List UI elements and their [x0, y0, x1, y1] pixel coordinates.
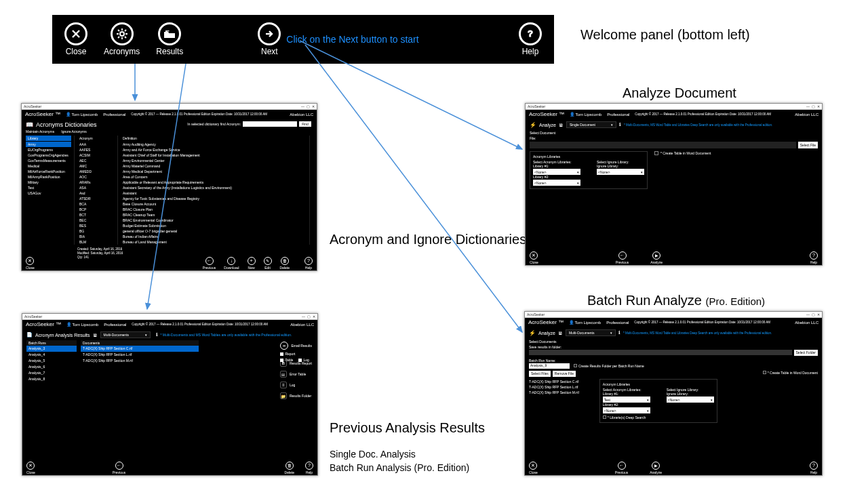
lib-row[interactable]: Military — [26, 180, 71, 185]
batch-lib1-select[interactable]: Test▾ — [603, 396, 650, 403]
lib-row[interactable]: EUOrgPrograms — [26, 147, 71, 152]
footer-help[interactable]: Help — [810, 251, 818, 264]
email-results-button[interactable]: ✉Email Results — [280, 342, 312, 350]
run-row[interactable]: Analysis_7 — [26, 370, 77, 376]
maintain-tab[interactable]: Maintain Acronyms — [26, 129, 54, 134]
doc-row[interactable]: T-ADC(X) Ship RFP Section M.rtf — [81, 358, 199, 364]
footer-delete[interactable]: Delete — [280, 257, 290, 270]
cb-log[interactable]: Log — [298, 358, 309, 362]
batch-mode-select[interactable]: Multi-Documents▾ — [566, 329, 616, 336]
log[interactable]: ≡Log — [280, 382, 312, 388]
acronym-row[interactable]: ARARs — [77, 180, 115, 185]
lib-row[interactable]: USAGov — [26, 190, 71, 196]
window-controls[interactable]: —▢✕ — [804, 104, 820, 108]
doc-row[interactable]: T-ADC(X) Ship RFP Section L.rtf — [81, 352, 199, 358]
footer-previous[interactable]: Previous — [203, 257, 216, 270]
results-folder[interactable]: 📁Results Folder — [280, 392, 312, 399]
acronym-row[interactable]: ACSIM — [77, 152, 115, 158]
window-controls[interactable]: —▢✕ — [299, 104, 315, 108]
lib1-select[interactable]: <None>▾ — [533, 169, 580, 175]
footer-edit[interactable]: Edit — [264, 257, 272, 270]
acronym-row[interactable]: AAA — [77, 142, 115, 147]
file-input[interactable] — [530, 142, 796, 148]
footer-new[interactable]: New — [248, 257, 256, 270]
lib-row[interactable]: MilAirForceRankPosition — [26, 169, 71, 174]
window-controls[interactable]: —▢✕ — [300, 314, 315, 319]
footer-download[interactable]: Download — [224, 257, 239, 270]
footer-analyze[interactable]: Analyze — [650, 462, 662, 474]
acronym-row[interactable]: AOC — [77, 174, 115, 180]
cb-table[interactable]: Table — [280, 358, 293, 362]
analyze-mode-select[interactable]: Single Document▾ — [566, 121, 616, 128]
acronym-row[interactable]: BEC — [77, 218, 115, 223]
footer-close[interactable]: Close — [530, 251, 538, 264]
batch-file-row[interactable]: T-ADC(X) Ship RFP Section C.rtf — [529, 379, 579, 384]
batch-file-row[interactable]: T-ADC(X) Ship RFP Section M.rtf — [529, 390, 579, 395]
remove-file-button[interactable]: Remove File — [553, 371, 576, 377]
acronym-row[interactable]: AAFES — [77, 147, 115, 152]
folder-input[interactable] — [529, 350, 792, 355]
select-file-button[interactable]: Select File — [798, 142, 818, 148]
ignore-select[interactable]: <None>▾ — [597, 169, 644, 175]
results-button[interactable]: Results — [156, 22, 183, 56]
lib-row[interactable]: GovTermsMeasurements — [26, 158, 71, 163]
lib2-select[interactable]: <None>▾ — [533, 180, 580, 186]
run-row[interactable]: Analysis_8 — [26, 376, 77, 382]
results-mode-select[interactable]: Multi-Documents▾ — [100, 331, 151, 338]
footer-previous[interactable]: Previous — [615, 462, 628, 474]
ignore-tab[interactable]: Ignore Acronyms — [61, 129, 87, 134]
acronym-row[interactable]: BCP — [77, 207, 115, 212]
acronym-row[interactable]: BIA — [77, 234, 115, 239]
acronym-row[interactable]: AMEDD — [77, 169, 115, 174]
footer-help[interactable]: Help — [304, 257, 313, 270]
footer-help[interactable]: Help — [810, 462, 818, 474]
next-button[interactable]: Next — [258, 22, 281, 56]
find-input[interactable] — [243, 121, 297, 127]
close-button[interactable]: Close — [64, 22, 87, 56]
select-files-button[interactable]: Select Files — [529, 371, 551, 377]
lib-row[interactable]: MilArmyRankPosition — [26, 174, 71, 180]
footer-analyze[interactable]: Analyze — [650, 251, 663, 264]
batch-file-row[interactable]: T-ADC(X) Ship RFP Section L.rtf — [529, 384, 579, 390]
lib-row[interactable]: Army — [26, 142, 71, 147]
acronym-row[interactable]: BCT — [77, 212, 115, 218]
footer-close[interactable]: Close — [529, 462, 538, 474]
acronym-row[interactable]: BG — [77, 228, 115, 234]
find-button[interactable]: Find — [299, 121, 311, 127]
footer-close[interactable]: Close — [26, 257, 35, 270]
acronym-row[interactable]: BLM — [77, 239, 115, 245]
batch-ignore-select[interactable]: <None>▾ — [667, 396, 714, 403]
run-name-input[interactable]: Analysis_9 — [529, 363, 570, 369]
select-folder-button[interactable]: Select Folder — [794, 350, 818, 356]
run-row[interactable]: Analysis_6 — [26, 364, 77, 370]
footer-previous[interactable]: Previous — [113, 462, 125, 474]
error-table[interactable]: ⊞Error Table — [280, 371, 312, 378]
batch-lib2-select[interactable]: <None>▾ — [603, 407, 650, 413]
lib-row[interactable]: Test — [26, 185, 71, 190]
acronym-row[interactable]: AEC — [77, 158, 115, 163]
create-table-checkbox[interactable]: * Create Table in Word Document — [763, 371, 818, 377]
help-button[interactable]: ? Help — [519, 22, 542, 56]
acronym-row[interactable]: ASA — [77, 185, 115, 190]
footer-close[interactable]: Close — [26, 462, 35, 474]
window-controls[interactable]: —▢✕ — [804, 312, 820, 317]
footer-help[interactable]: Help — [305, 462, 313, 474]
acronym-row[interactable]: ATSDR — [77, 196, 115, 201]
acronym-row[interactable]: BCA — [77, 201, 115, 207]
acronyms-button[interactable]: Acronyms — [104, 22, 140, 56]
run-row[interactable]: Analysis_4 — [26, 352, 77, 358]
acronym-row[interactable]: Asd — [77, 190, 115, 196]
lib-row[interactable]: GovProgramsOrgAgencies — [26, 152, 71, 158]
create-folder-checkbox[interactable]: Create Results Folder per Batch Run Name — [574, 364, 644, 368]
acronym-row[interactable]: BES — [77, 223, 115, 228]
deep-search-checkbox[interactable]: * Librarie(s) Deep Search — [603, 415, 714, 420]
acronym-row[interactable]: AMC — [77, 163, 115, 169]
footer-delete[interactable]: Delete — [285, 462, 294, 474]
run-row[interactable]: Analysis_5 — [26, 358, 77, 364]
create-table-checkbox[interactable]: * Create Table in Word Document — [654, 151, 711, 155]
footer-previous[interactable]: Previous — [616, 251, 629, 264]
lib-row[interactable]: Medical — [26, 163, 71, 169]
run-row[interactable]: Analysis_3 — [26, 346, 77, 352]
doc-row[interactable]: T-ADC(X) Ship RFP Section C.rtf — [81, 346, 199, 352]
cb-report[interactable]: Report — [280, 352, 295, 356]
